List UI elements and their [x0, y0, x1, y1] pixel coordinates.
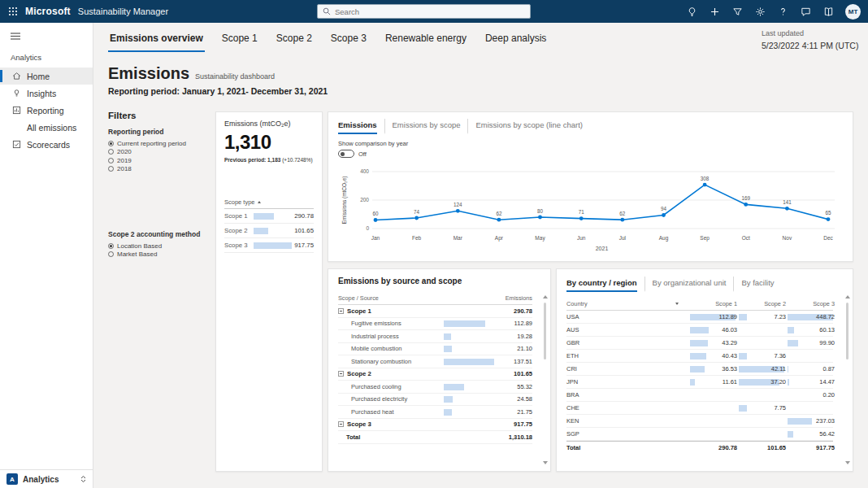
- country-name: ETH: [566, 352, 688, 359]
- data-bar: [690, 353, 706, 359]
- radio-label: 2020: [117, 148, 132, 155]
- tab-scope-2[interactable]: Scope 2: [275, 27, 314, 52]
- sidebar-item-label: Scorecards: [27, 140, 70, 150]
- cell-scope-2: [737, 430, 786, 438]
- data-point-may[interactable]: [538, 216, 542, 220]
- tab-emissions-overview[interactable]: Emissions overview: [108, 27, 205, 52]
- data-point-sep[interactable]: [703, 183, 707, 187]
- filter-group-scope-2-accounting-method: Scope 2 accounting methodLocation BasedM…: [108, 230, 212, 259]
- collapse-icon[interactable]: [338, 421, 344, 427]
- data-point-mar[interactable]: [456, 209, 460, 213]
- radio-2019[interactable]: 2019: [108, 156, 212, 165]
- sidebar-section-label: Analytics: [0, 42, 93, 68]
- data-bar: [444, 320, 485, 327]
- country-row-che: CHE7.75: [566, 402, 833, 415]
- brand-logo[interactable]: Microsoft: [25, 6, 71, 17]
- cell-scope-3: [786, 352, 835, 360]
- sidebar-item-insights[interactable]: Insights: [0, 85, 93, 102]
- collapse-icon[interactable]: [338, 308, 344, 314]
- scrollbar-thumb[interactable]: [846, 303, 848, 359]
- settings-icon[interactable]: [754, 6, 766, 18]
- source-scrollbar[interactable]: [542, 295, 548, 464]
- data-point-apr[interactable]: [497, 218, 501, 222]
- sidebar-item-home[interactable]: Home: [0, 68, 93, 85]
- kpi-row-value: 290.78: [294, 212, 314, 220]
- cell-value: 290.78: [718, 444, 737, 452]
- data-point-aug[interactable]: [662, 213, 666, 217]
- search-box[interactable]: [317, 4, 531, 19]
- data-point-jan[interactable]: [374, 218, 378, 222]
- country-tab-by-country-region[interactable]: By country / region: [566, 277, 637, 292]
- column-header-scope-source[interactable]: Scope / Source: [338, 294, 379, 302]
- radio-current-reporting-period[interactable]: Current reporting period: [108, 139, 212, 148]
- idea-icon[interactable]: [686, 6, 698, 18]
- cell-value: 237.03: [816, 417, 835, 425]
- scroll-up-icon[interactable]: [845, 295, 850, 298]
- source-row-label: Industrial process: [338, 333, 399, 340]
- scope-type-column-header[interactable]: Scope type: [224, 198, 314, 209]
- data-bar: [690, 340, 708, 346]
- scrollbar-thumb[interactable]: [544, 303, 546, 359]
- radio-2020[interactable]: 2020: [108, 148, 212, 157]
- sidebar-item-label: Reporting: [27, 106, 64, 115]
- tab-scope-3[interactable]: Scope 3: [329, 27, 368, 52]
- data-point-jun[interactable]: [579, 216, 584, 220]
- title-block: EmissionsSustainability dashboard Report…: [108, 64, 328, 96]
- radio-location-based[interactable]: Location Based: [108, 242, 212, 251]
- cell-scope-2: 7.23: [737, 313, 786, 321]
- tab-renewable-energy[interactable]: Renewable energy: [384, 27, 468, 52]
- data-bar: [788, 340, 798, 346]
- column-header-emissions[interactable]: Emissions: [506, 294, 532, 302]
- filters-title: Filters: [108, 111, 212, 120]
- scroll-down-icon[interactable]: [543, 461, 548, 464]
- filter-icon[interactable]: [731, 6, 744, 18]
- country-row-cri: CRI36.5342.110.87: [566, 363, 833, 376]
- data-point-oct[interactable]: [744, 203, 748, 207]
- cell-value: 7.75: [774, 404, 786, 412]
- radio-2018[interactable]: 2018: [108, 165, 212, 174]
- sidebar-item-all-emissions[interactable]: All emissions: [0, 119, 93, 136]
- help-icon[interactable]: [777, 6, 789, 18]
- data-point-dec[interactable]: [827, 217, 831, 221]
- sidebar-item-reporting[interactable]: Reporting: [0, 102, 93, 119]
- source-row-value: 19.28: [517, 333, 532, 340]
- comparison-toggle[interactable]: [338, 150, 354, 158]
- country-row-ken: KEN237.03: [566, 415, 833, 428]
- column-header-scope-1[interactable]: Scope 1: [688, 300, 737, 307]
- group-label-text: Scope 2: [347, 370, 371, 377]
- tab-deep-analysis[interactable]: Deep analysis: [484, 27, 548, 52]
- quick-create-icon[interactable]: [709, 6, 721, 18]
- data-point-feb[interactable]: [414, 216, 419, 220]
- search-input[interactable]: [335, 7, 525, 16]
- chart-tab-emissions-by-scope[interactable]: Emissions by scope: [384, 119, 461, 134]
- sidebar-item-scorecards[interactable]: Scorecards: [0, 136, 93, 153]
- last-updated-label: Last updated: [762, 29, 858, 37]
- column-header-scope-2[interactable]: Scope 2: [737, 300, 786, 307]
- column-header-country[interactable]: Country: [566, 300, 688, 307]
- scroll-down-icon[interactable]: [845, 461, 850, 464]
- tab-scope-1[interactable]: Scope 1: [220, 27, 259, 52]
- country-scrollbar[interactable]: [844, 295, 850, 464]
- chart-tab-emissions-by-scope-line-chart[interactable]: Emissions by scope (line chart): [467, 119, 582, 134]
- guide-icon[interactable]: [822, 6, 835, 18]
- data-point-jul[interactable]: [620, 218, 624, 222]
- collapse-icon[interactable]: [338, 371, 344, 377]
- home-icon: [12, 72, 21, 81]
- filter-group-reporting-period: Reporting periodCurrent reporting period…: [108, 128, 212, 173]
- app-name[interactable]: Sustainability Manager: [78, 7, 168, 16]
- column-header-scope-3[interactable]: Scope 3: [786, 300, 835, 307]
- emissions-kpi-card: Emissions (mtCO₂e) 1,310 Previous period…: [215, 111, 323, 472]
- radio-button-icon: [108, 166, 114, 172]
- feedback-icon[interactable]: [800, 6, 812, 18]
- radio-market-based[interactable]: Market Based: [108, 251, 212, 259]
- avatar[interactable]: MT: [845, 4, 861, 20]
- scroll-up-icon[interactable]: [543, 295, 548, 298]
- data-point-nov[interactable]: [785, 207, 789, 211]
- app-launcher-icon[interactable]: [8, 7, 18, 16]
- country-tab-by-facility[interactable]: By facility: [733, 277, 774, 292]
- country-tab-by-organizational-unit[interactable]: By organizational unit: [644, 277, 727, 292]
- country-row-eth: ETH40.437.36: [566, 350, 833, 363]
- chart-tab-emissions[interactable]: Emissions: [338, 119, 377, 134]
- nav-toggle-icon[interactable]: [0, 23, 20, 42]
- area-switcher[interactable]: A Analytics: [0, 469, 93, 488]
